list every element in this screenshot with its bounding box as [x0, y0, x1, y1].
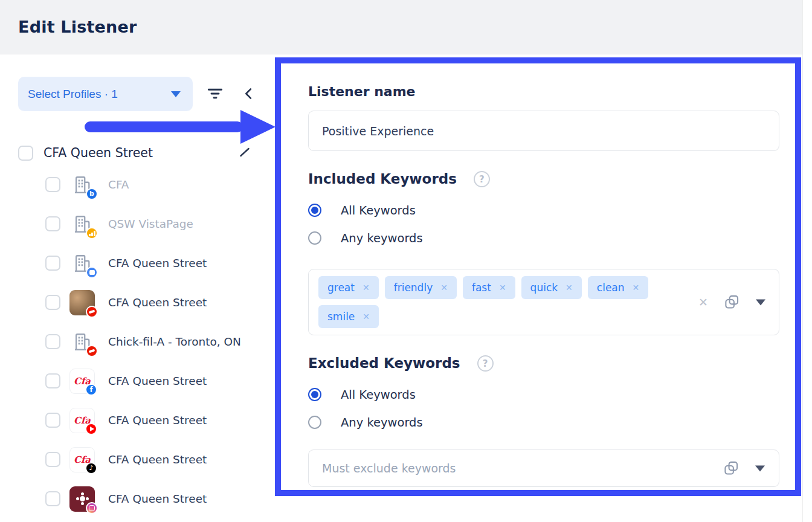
item-checkbox[interactable]: [45, 334, 60, 349]
doordash-badge-icon: [86, 345, 98, 357]
google-analytics-badge-icon: [86, 227, 98, 239]
photo-avatar: [69, 290, 95, 315]
dropdown-caret-icon[interactable]: [755, 465, 765, 471]
keyword-chip: quick: [521, 276, 582, 299]
profiles-sidebar: Select Profiles · 1 CFA Queen Street: [0, 55, 276, 522]
help-icon[interactable]: [477, 355, 494, 372]
radio-option-any-keywords[interactable]: Any keywords: [308, 408, 779, 436]
list-item[interactable]: CFA Queen Street: [45, 479, 269, 518]
group-label: CFA Queen Street: [44, 146, 237, 160]
excluded-keywords-input[interactable]: [308, 450, 779, 487]
youtube-badge-icon: [85, 423, 97, 435]
page-header: Edit Listener: [0, 0, 802, 54]
building-icon: [69, 329, 95, 355]
group-checkbox[interactable]: [18, 146, 33, 161]
chip-label: quick: [530, 282, 558, 294]
item-checkbox[interactable]: [45, 256, 60, 271]
doordash-badge-icon: [86, 306, 98, 318]
item-label: CFA Queen Street: [108, 296, 207, 309]
copy-icon[interactable]: [723, 460, 740, 477]
list-item[interactable]: CFA Queen Street: [45, 361, 269, 401]
list-item[interactable]: QSW VistaPage: [45, 204, 269, 243]
radio-selected-icon[interactable]: [308, 388, 321, 401]
keyword-chip: clean: [588, 276, 648, 299]
remove-chip-icon[interactable]: [499, 283, 506, 292]
radio-label: Any keywords: [341, 416, 423, 430]
building-icon: [69, 211, 95, 237]
list-item[interactable]: Chick-fil-A - Toronto, ON: [45, 322, 269, 361]
item-label: Chick-fil-A - Toronto, ON: [108, 335, 241, 348]
radio-selected-icon[interactable]: [308, 204, 321, 217]
radio-option-any-keywords[interactable]: Any keywords: [308, 224, 779, 252]
list-item[interactable]: CFA Queen Street: [45, 243, 269, 283]
chevron-down-icon: [171, 91, 181, 97]
filter-button[interactable]: [204, 83, 226, 106]
item-checkbox[interactable]: [45, 491, 60, 506]
facebook-badge-icon: [85, 384, 97, 396]
copy-icon[interactable]: [724, 294, 740, 311]
brand-logo-icon: [69, 447, 95, 472]
list-item[interactable]: CFA Queen Street: [45, 440, 269, 479]
item-label: QSW VistaPage: [108, 218, 193, 230]
google-business-badge-icon: [86, 266, 98, 279]
select-profiles-dropdown[interactable]: Select Profiles · 1: [18, 77, 193, 111]
excluded-match-options: All Keywords Any keywords: [308, 381, 779, 436]
item-label: CFA Queen Street: [108, 492, 207, 505]
radio-label: All Keywords: [341, 388, 416, 402]
list-item[interactable]: CFA Queen Street: [45, 401, 269, 440]
radio-label: All Keywords: [341, 204, 416, 218]
radio-option-all-keywords[interactable]: All Keywords: [308, 196, 779, 224]
radio-option-all-keywords[interactable]: All Keywords: [308, 381, 779, 408]
clear-all-icon[interactable]: [698, 297, 708, 308]
chevron-up-icon: [237, 153, 253, 162]
collapse-group-button[interactable]: [237, 144, 253, 162]
building-icon: [69, 251, 95, 276]
included-match-options: All Keywords Any keywords: [308, 196, 779, 252]
item-label: CFA Queen Street: [108, 257, 207, 269]
keyword-chip: smile: [318, 305, 379, 328]
list-item[interactable]: CFA Queen Street: [45, 283, 269, 322]
item-checkbox[interactable]: [45, 177, 60, 192]
edit-listener-panel-highlight: Listener name Included Keywords All Keyw…: [275, 57, 801, 496]
flower-photo-avatar: [69, 486, 95, 512]
radio-label: Any keywords: [341, 231, 423, 245]
chip-label: clean: [597, 282, 625, 294]
keyword-chip: fast: [463, 276, 515, 299]
chip-label: smile: [327, 311, 355, 323]
item-label: CFA Queen Street: [108, 375, 207, 387]
dropdown-caret-icon[interactable]: [756, 299, 765, 305]
excluded-keywords-title: Excluded Keywords: [308, 353, 460, 373]
building-icon: [69, 172, 95, 198]
brand-logo-icon: [69, 369, 95, 394]
bing-badge-icon: [86, 188, 98, 200]
scrollbar-track[interactable]: [802, 0, 812, 522]
page-title: Edit Listener: [18, 18, 137, 36]
remove-chip-icon[interactable]: [633, 283, 640, 292]
remove-chip-icon[interactable]: [362, 283, 370, 292]
brand-logo-icon: [69, 408, 95, 433]
included-keywords-field[interactable]: great friendly fast quick: [308, 269, 779, 335]
filter-icon: [205, 96, 225, 105]
item-checkbox[interactable]: [45, 295, 60, 310]
item-label: CFA: [108, 178, 129, 191]
radio-unselected-icon[interactable]: [308, 416, 321, 429]
included-keywords-title: Included Keywords: [308, 169, 457, 189]
collapse-sidebar-button[interactable]: [239, 84, 259, 105]
item-checkbox[interactable]: [45, 373, 60, 388]
list-item[interactable]: CFA: [45, 165, 269, 204]
chevron-left-icon: [240, 95, 257, 104]
item-checkbox[interactable]: [45, 216, 60, 231]
remove-chip-icon[interactable]: [440, 283, 448, 292]
remove-chip-icon[interactable]: [566, 283, 573, 292]
app-window: Edit Listener Select Profiles · 1 CFA Qu…: [0, 0, 812, 522]
item-checkbox[interactable]: [45, 452, 60, 467]
radio-unselected-icon[interactable]: [308, 231, 321, 245]
remove-chip-icon[interactable]: [362, 312, 370, 321]
help-icon[interactable]: [474, 171, 490, 187]
keyword-chips: great friendly fast quick: [318, 276, 657, 328]
profile-list: CFA QSW VistaPage CFA Queen Street: [45, 165, 269, 518]
listener-name-input[interactable]: [308, 111, 779, 151]
profile-group-row[interactable]: CFA Queen Street: [18, 141, 260, 165]
item-checkbox[interactable]: [45, 413, 60, 428]
keyword-chip: great: [318, 276, 379, 299]
